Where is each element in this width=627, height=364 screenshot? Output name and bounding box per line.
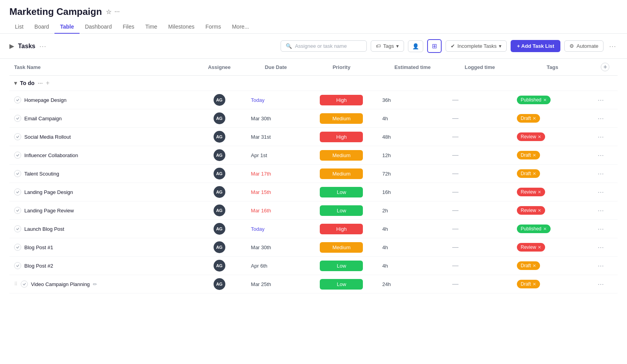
task-check-icon[interactable] (14, 188, 21, 196)
tag-remove-icon[interactable]: ✕ (538, 245, 541, 250)
task-est-time-cell: 24h (377, 275, 448, 293)
task-name-cell: Influencer Collaboration (9, 146, 192, 165)
tags-button[interactable]: 🏷 Tags ▾ (371, 40, 404, 52)
priority-badge[interactable]: High (320, 95, 363, 105)
task-check-icon[interactable] (14, 96, 21, 103)
due-date-text: Mar 30th (251, 244, 271, 250)
task-name-text: Landing Page Design (24, 189, 73, 195)
tab-files[interactable]: Files (117, 20, 140, 34)
priority-badge[interactable]: Medium (320, 168, 363, 179)
priority-badge[interactable]: Medium (320, 150, 363, 161)
row-more-icon[interactable]: ⋯ (598, 97, 604, 103)
avatar: AG (214, 260, 225, 272)
tag-remove-icon[interactable]: ✕ (543, 226, 547, 232)
priority-badge[interactable]: Medium (320, 242, 363, 253)
task-check-icon[interactable] (14, 115, 21, 122)
section-add-icon[interactable]: + (46, 80, 49, 87)
tab-time[interactable]: Time (140, 20, 163, 34)
task-due-date-cell: Apr 6th (246, 257, 305, 275)
row-more-icon[interactable]: ⋯ (598, 115, 604, 122)
row-more-icon[interactable]: ⋯ (598, 263, 604, 269)
section-more-icon[interactable]: ⋯ (38, 80, 43, 86)
task-priority-cell[interactable]: Medium (305, 238, 377, 257)
task-priority-cell[interactable]: Low (305, 183, 377, 201)
priority-badge[interactable]: Low (320, 205, 363, 216)
task-check-icon[interactable] (21, 281, 28, 288)
tab-board[interactable]: Board (29, 20, 54, 34)
task-priority-cell[interactable]: Low (305, 201, 377, 220)
section-chevron-icon[interactable]: ▾ (14, 80, 17, 86)
task-name-cell: Blog Post #1 (9, 238, 192, 257)
row-more-icon[interactable]: ⋯ (598, 207, 604, 214)
add-column-button[interactable]: + (601, 63, 609, 71)
search-box[interactable]: 🔍 Assignee or task name (281, 40, 367, 52)
task-priority-cell[interactable]: Low (305, 257, 377, 275)
tag-remove-icon[interactable]: ✕ (538, 208, 541, 213)
task-priority-cell[interactable]: Low (305, 275, 377, 293)
tag-remove-icon[interactable]: ✕ (543, 98, 547, 103)
task-priority-cell[interactable]: Medium (305, 109, 377, 128)
tab-list[interactable]: List (9, 20, 29, 34)
assignee-filter-button[interactable]: 👤 (408, 40, 423, 52)
avatar: AG (214, 241, 225, 253)
add-task-list-button[interactable]: + Add Task List (511, 40, 560, 52)
task-row-more-cell: ⋯ (593, 275, 618, 293)
toolbar-more-icon[interactable]: ⋯ (607, 40, 618, 52)
tasks-more-icon[interactable]: ⋯ (39, 42, 46, 51)
star-icon[interactable]: ☆ (106, 8, 111, 16)
priority-badge[interactable]: Medium (320, 113, 363, 124)
task-due-date-cell: Mar 25th (246, 275, 305, 293)
task-check-icon[interactable] (14, 262, 21, 269)
task-priority-cell[interactable]: High (305, 220, 377, 238)
task-assignee-cell: AG (192, 257, 246, 275)
automate-button[interactable]: ⚙ Automate (564, 40, 603, 52)
section-collapse-icon[interactable]: ▶ (9, 42, 14, 50)
row-more-icon[interactable]: ⋯ (598, 226, 604, 232)
tag-remove-icon[interactable]: ✕ (538, 134, 541, 139)
group-by-button[interactable]: ⊞ (427, 39, 442, 53)
task-check-icon[interactable] (14, 133, 21, 140)
tag-remove-icon[interactable]: ✕ (533, 153, 536, 158)
row-more-icon[interactable]: ⋯ (598, 152, 604, 159)
tag-remove-icon[interactable]: ✕ (538, 190, 541, 195)
tab-table[interactable]: Table (54, 20, 80, 34)
tag-remove-icon[interactable]: ✕ (533, 116, 536, 121)
task-check-icon[interactable] (14, 244, 21, 251)
priority-badge[interactable]: Low (320, 279, 363, 290)
row-more-icon[interactable]: ⋯ (598, 281, 604, 288)
tab-milestones[interactable]: Milestones (163, 20, 200, 34)
row-more-icon[interactable]: ⋯ (598, 244, 604, 251)
row-more-icon[interactable]: ⋯ (598, 134, 604, 140)
task-priority-cell[interactable]: High (305, 128, 377, 146)
tab-more[interactable]: More... (227, 20, 255, 34)
tag-remove-icon[interactable]: ✕ (533, 282, 536, 287)
col-task-name: Task Name (9, 59, 192, 76)
task-check-icon[interactable] (14, 225, 21, 232)
row-more-icon[interactable]: ⋯ (598, 189, 604, 196)
row-more-icon[interactable]: ⋯ (598, 170, 604, 177)
tab-forms[interactable]: Forms (200, 20, 227, 34)
drag-handle[interactable]: ⠿ (14, 281, 18, 287)
page-more-icon[interactable]: ··· (114, 8, 120, 16)
priority-badge[interactable]: Low (320, 187, 363, 197)
edit-icon[interactable]: ✏ (93, 281, 97, 287)
due-date-text: Mar 17th (251, 171, 271, 177)
task-priority-cell[interactable]: Medium (305, 146, 377, 165)
tag-remove-icon[interactable]: ✕ (533, 171, 536, 176)
table-row: Launch Blog Post AG Today High 4h — Publ… (9, 220, 618, 238)
tag-remove-icon[interactable]: ✕ (533, 263, 536, 268)
task-name-text: Video Campaign Planning (31, 281, 90, 287)
priority-badge[interactable]: Low (320, 261, 363, 271)
task-priority-cell[interactable]: Medium (305, 165, 377, 183)
incomplete-tasks-filter[interactable]: ✔ Incomplete Tasks ▾ (446, 40, 507, 52)
tab-dashboard[interactable]: Dashboard (80, 20, 118, 34)
task-priority-cell[interactable]: High (305, 91, 377, 109)
priority-badge[interactable]: High (320, 132, 363, 142)
task-name-cell: Landing Page Review (9, 201, 192, 220)
task-check-icon[interactable] (14, 152, 21, 159)
logged-time-value: — (452, 262, 458, 269)
priority-badge[interactable]: High (320, 224, 363, 234)
task-assignee-cell: AG (192, 238, 246, 257)
task-check-icon[interactable] (14, 207, 21, 214)
task-check-icon[interactable] (14, 170, 21, 177)
